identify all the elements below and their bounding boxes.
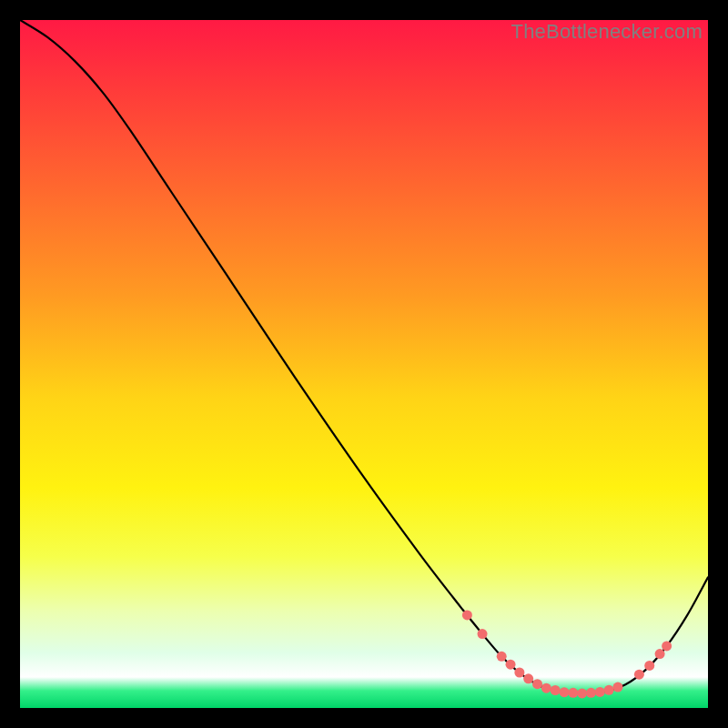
data-marker [662,641,672,651]
chart-svg [20,20,708,708]
watermark-text: TheBottlenecker.com [511,20,703,44]
chart-background [20,20,708,708]
data-marker [634,670,644,680]
data-marker [551,685,561,695]
data-marker [462,610,472,620]
data-marker [595,687,605,697]
data-marker [514,667,524,677]
data-marker [655,649,665,659]
data-marker [604,685,614,695]
data-marker [577,688,587,698]
data-marker [523,673,533,683]
data-marker [541,683,551,693]
data-marker [532,679,542,689]
data-marker [497,652,507,662]
data-marker [568,688,578,698]
data-marker [478,629,488,639]
data-marker [560,687,570,697]
data-marker [586,688,596,698]
data-marker [644,661,654,671]
data-marker [612,682,622,693]
chart-frame: TheBottlenecker.com [20,20,708,708]
data-marker [506,660,516,670]
